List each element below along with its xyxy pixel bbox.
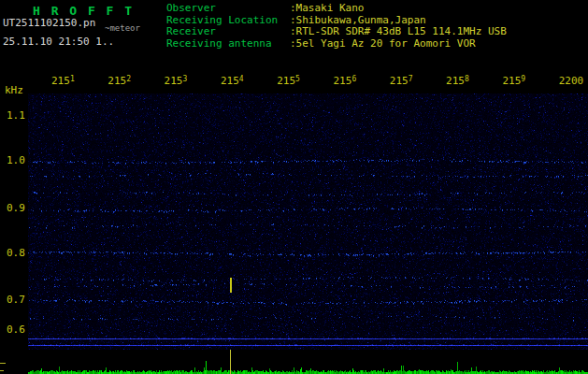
info-value: :Masaki Kano [290, 3, 364, 15]
y-axis-unit-label: kHz [5, 84, 23, 96]
info-row-observer: Observer :Masaki Kano [166, 3, 585, 15]
time-tick-label: 2158 [446, 75, 469, 87]
time-tick-label: 2156 [334, 75, 357, 87]
time-tick-label: 2159 [502, 75, 525, 87]
time-tick-label: 2200 [559, 75, 584, 87]
info-label: Observer [166, 3, 290, 15]
output-file-name: UT2511102150.pn [3, 17, 95, 29]
datetime-line: 25.11.10 21:50 1.. [3, 36, 114, 48]
signal-level-strip-canvas [0, 350, 588, 374]
hrofft-screen: H R O F F T UT2511102150.pn ~meteor 25.1… [0, 0, 588, 374]
time-tick-label: 2153 [165, 75, 188, 87]
time-tick-label: 2157 [390, 75, 413, 87]
info-label: Receiver [166, 26, 290, 38]
info-label: Receiving antenna [166, 38, 290, 50]
app-title: H R O F F T [33, 4, 134, 18]
time-tick-label: 2154 [221, 75, 244, 87]
info-row-antenna: Receiving antenna :5el Yagi Az 20 for Ao… [166, 38, 585, 50]
info-value: :RTL-SDR SDR# 43dB L15 114.1MHz USB [290, 26, 507, 38]
info-row-receiver: Receiver :RTL-SDR SDR# 43dB L15 114.1MHz… [166, 26, 585, 38]
file-note: ~meteor [105, 23, 140, 33]
time-tick-label: 2152 [108, 75, 131, 87]
spectrogram-canvas [28, 94, 588, 350]
info-value: :5el Yagi Az 20 for Aomori VOR [290, 38, 476, 50]
time-tick-label: 2155 [277, 75, 300, 87]
station-info: Observer :Masaki Kano Receiving Location… [166, 3, 585, 50]
time-tick-label: 2151 [51, 75, 75, 87]
